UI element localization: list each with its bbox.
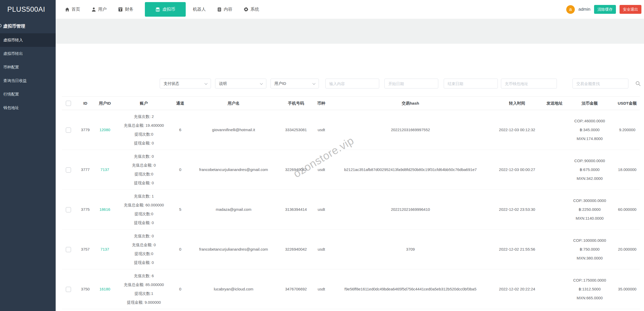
content-input[interactable] (325, 79, 379, 88)
row-checkbox-cell (62, 230, 75, 269)
page-gap (56, 19, 644, 44)
coins-icon (155, 7, 160, 12)
header-transfer-time: 转入时间 (490, 97, 544, 110)
header-checkbox-cell (62, 97, 75, 110)
svg-text:¥: ¥ (120, 9, 121, 11)
nav-item-home[interactable]: 首页 (65, 7, 80, 12)
sidebar-section-label: 虚拟币管理 (3, 23, 25, 29)
user-id-link[interactable]: 7137 (100, 247, 109, 251)
cell-channel: 6 (174, 110, 187, 150)
cell-fiat-amount: COP.:100000.0000฿:750.0000MXN:380.0000 (565, 230, 615, 269)
row-checkbox[interactable] (66, 207, 71, 212)
header-usdt-amount: USDT金额 (615, 97, 640, 110)
header-username: 用户名 (187, 97, 280, 110)
cell-coin: usdt (312, 269, 331, 309)
user-id-link[interactable]: 7137 (100, 167, 109, 172)
nav-label: 系统 (250, 7, 259, 12)
cell-fiat-amount: COP.:90000.0000฿:675.0000MXN:342.0000 (565, 150, 615, 190)
cell-usdt-amount (615, 309, 640, 311)
user-icon (92, 7, 96, 12)
deposit-wallet-address-input[interactable] (501, 79, 557, 88)
cell-username: francobetancurjulianandres@gmail.com (187, 230, 280, 269)
avatar[interactable]: a (566, 5, 575, 14)
nav-item-finance[interactable]: ¥ 财务 (118, 7, 133, 12)
cell-username: francobetancurjulianandres@gmail.com (187, 150, 280, 190)
nav-item-content[interactable]: 内容 (217, 7, 232, 12)
payment-status-select[interactable]: 支付状态 (160, 79, 211, 88)
sidebar-item-market-config[interactable]: 行情配置 (0, 87, 56, 101)
cell-hash: 202212021669996410 (331, 190, 490, 230)
sidebar-item-crypto-transfer-out[interactable]: 虚拟币转出 (0, 47, 56, 60)
home-icon (65, 7, 69, 12)
top-navbar: 首页 用户 ¥ 财务 虚拟币 机器人 内容 系统 a admin 清除缓存 (56, 0, 644, 19)
transaction-amount-input[interactable] (572, 79, 628, 88)
cell-usdt-amount: 9.200000 (615, 110, 640, 150)
nav-label: 首页 (72, 7, 80, 12)
cell-send-address (544, 190, 565, 230)
admin-username: admin (578, 7, 590, 12)
nav-item-system[interactable]: 系统 (244, 7, 259, 12)
cell-send-address (544, 110, 565, 150)
sidebar-item-coin-config[interactable]: 币种配置 (0, 60, 56, 74)
chevron-down-icon (204, 82, 207, 85)
cell-fiat-amount: COP.:46000.0000฿:345.0000MXN:174.8000 (565, 110, 615, 150)
cell-phone: 3334253081 (280, 110, 312, 150)
row-checkbox[interactable] (66, 287, 71, 292)
cell-coin: usdt (312, 150, 331, 190)
cell-usdt-amount: 20.000000 (615, 230, 640, 269)
cell-transfer-time: 2022-12-02 23:53:30 (490, 190, 544, 230)
user-id-select[interactable]: 用户ID (271, 79, 319, 88)
cell-phone: 3136394414 (280, 190, 312, 230)
start-date-input[interactable] (384, 79, 438, 88)
header-user-id: 用户ID (96, 97, 114, 110)
cell-fiat-amount: COP.:175000.0000฿:1312.5000MXN:665.0000 (565, 269, 615, 309)
cell-id: 3777 (75, 150, 96, 190)
table-row: 充值次数: 6 (62, 309, 640, 311)
row-checkbox[interactable] (66, 247, 71, 252)
cell-coin (312, 309, 331, 311)
header-channel: 通道 (174, 97, 187, 110)
cell-send-address (544, 230, 565, 269)
sidebar: PLUS500AI 虚拟币管理 虚拟币转入 虚拟币转出 币种配置 查询当日收益 … (0, 0, 56, 311)
cell-account: 充值次数: 6 (114, 309, 174, 311)
cell-send-address (544, 269, 565, 309)
cell-transfer-time (490, 309, 544, 311)
cell-user-id: 7137 (96, 150, 114, 190)
logout-button[interactable]: 安全退出 (620, 5, 641, 14)
select-value: 说明 (219, 81, 227, 86)
row-checkbox[interactable] (66, 128, 71, 133)
clear-cache-button[interactable]: 清除缓存 (594, 5, 616, 14)
cell-username (187, 309, 280, 311)
end-date-input[interactable] (444, 79, 498, 88)
table-body: 3779 12080 充值次数: 2充值总金额: 19.400000提现次数:0… (62, 110, 640, 311)
nav-item-crypto[interactable]: 虚拟币 (145, 2, 186, 17)
user-id-link[interactable]: 16180 (99, 287, 110, 291)
sidebar-item-crypto-transfer-in[interactable]: 虚拟币转入 (0, 33, 56, 47)
search-icon[interactable] (635, 81, 641, 86)
select-all-checkbox[interactable] (66, 101, 71, 106)
sidebar-item-wallet-address[interactable]: 钱包地址 (0, 101, 56, 115)
cell-send-address (544, 150, 565, 190)
cell-coin: usdt (312, 230, 331, 269)
cell-id: 3757 (75, 230, 96, 269)
nav-item-robot[interactable]: 机器人 (193, 7, 206, 12)
cell-transfer-time: 2022-12-02 21:55:56 (490, 230, 544, 269)
cell-username: lucabryan@icloud.com (187, 269, 280, 309)
sidebar-item-daily-profit-query[interactable]: 查询当日收益 (0, 74, 56, 87)
cell-hash: f9e56ff8e1611ed0dc49bdea6465f5d756c4441c… (331, 269, 490, 309)
cell-hash: b2121ac351afb87d002952413fa9d8fd250b80c1… (331, 150, 490, 190)
cell-transfer-time: 2022-12-02 20:22:24 (490, 269, 544, 309)
description-select[interactable]: 说明 (215, 79, 266, 88)
user-id-link[interactable]: 18616 (99, 207, 110, 212)
user-id-link[interactable]: 12080 (99, 128, 110, 132)
row-checkbox-cell (62, 150, 75, 190)
table-row: 3750 16180 充值次数: 6充值总金额: 85.000000提现次数:1… (62, 269, 640, 309)
cell-hash: 3709 (331, 230, 490, 269)
row-checkbox[interactable] (66, 167, 71, 173)
cell-hash: 202212031669997552 (331, 110, 490, 150)
cell-phone (280, 309, 312, 311)
cell-account: 充值次数: 0充值总金额: 0提现次数:0提现金额: 0 (114, 230, 174, 269)
cell-channel (174, 309, 187, 311)
nav-item-users[interactable]: 用户 (92, 7, 107, 12)
document-icon (217, 7, 222, 12)
